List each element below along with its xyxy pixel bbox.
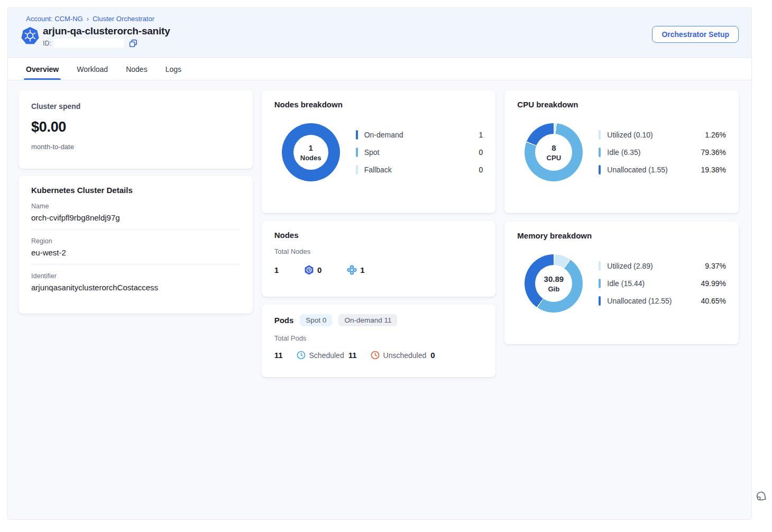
legend-label: Fallback [364,166,392,174]
spot-pods-badge: Spot 0 [300,314,332,326]
legend-value: 19.38% [701,166,726,174]
legend-label: On-demand [364,131,403,139]
total-nodes-value: 1 [274,265,279,274]
legend-row-spot: Spot 0 [356,146,483,159]
tab-overview[interactable]: Overview [26,58,59,80]
page-title: arjun-qa-clusterorch-sanity [43,25,170,37]
spot-nodes-count: 0 [304,265,321,275]
legend-value: 49.99% [701,279,726,288]
pods-card: Pods Spot 0 On-demand 11 Total Pods 11 [262,305,496,377]
legend-value: 40.65% [701,297,726,305]
cpu-breakdown-card: CPU breakdown 8 CPU Utilized (0.10) 1.26… [504,90,739,213]
cluster-id-label: ID: [43,40,51,47]
breadcrumb-cluster-orchestrator-link[interactable]: Cluster Orchestrator [93,15,154,23]
legend-row-cpu-utilized: Utilized (0.10) 1.26% [599,129,726,141]
nodes-card: Nodes Total Nodes 1 0 [262,221,496,297]
tab-nodes[interactable]: Nodes [126,58,147,80]
chat-help-button[interactable] [755,490,767,505]
breadcrumb-separator: › [87,15,89,23]
copy-id-button[interactable] [129,39,137,48]
cluster-id-value [54,39,124,48]
utilized-marker [599,261,601,271]
cpu-donut-center-label: CPU [547,154,561,162]
legend-label: Idle (6.35) [607,148,640,157]
legend-row-mem-idle: Idle (15.44) 49.99% [599,277,726,290]
memory-donut-center-value: 30.89 [544,274,564,283]
fallback-marker [356,165,358,175]
spot-marker [356,148,358,157]
on-demand-nodes-value: 1 [360,265,364,274]
tab-workload[interactable]: Workload [77,58,108,80]
legend-label: Spot [364,148,380,157]
cluster-spend-amount: $0.00 [31,119,240,135]
tab-bar: Overview Workload Nodes Logs [8,57,751,80]
scheduled-label: Scheduled [309,351,344,360]
copy-icon [129,39,137,48]
cluster-identifier-field: Identifier arjunqasanityclusterorchCosta… [31,272,240,292]
cluster-spend-card: Cluster spend $0.00 month-to-date [19,90,253,169]
total-nodes-label: Total Nodes [274,247,483,255]
cluster-identifier-value: arjunqasanityclusterorchCostaccess [31,283,240,292]
legend-label: Unallocated (1.55) [607,166,667,174]
cluster-region-label: Region [31,237,240,245]
cluster-name-value: orch-cvifpfl9rbg8neldj97g [31,213,240,222]
legend-value: 79.36% [701,148,726,157]
legend-label: Utilized (2.89) [607,262,652,270]
nodes-card-title: Nodes [274,231,483,240]
breadcrumb-account-link[interactable]: Account: CCM-NG [26,15,83,23]
memory-breakdown-card: Memory breakdown 30.89 Gib Utilized (2.8… [504,222,739,344]
pods-card-title: Pods [274,316,294,325]
cluster-spend-title: Cluster spend [31,102,240,111]
on-demand-pods-badge: On-demand 11 [338,314,397,326]
unscheduled-value: 0 [430,351,435,360]
cluster-name-label: Name [31,203,240,210]
legend-row-cpu-unallocated: Unallocated (1.55) 19.38% [599,163,726,176]
orchestrator-setup-button[interactable]: Orchestrator Setup [652,26,739,43]
unscheduled-pods: Unscheduled 0 [371,351,435,360]
cluster-region-value: eu-west-2 [31,248,240,257]
total-pods-value: 11 [274,351,283,360]
cluster-region-field: Region eu-west-2 [31,237,240,264]
cluster-name-field: Name orch-cvifpfl9rbg8neldj97g [31,203,240,230]
legend-value: 0 [479,148,483,157]
utilized-marker [599,130,601,140]
cpu-donut-chart: 8 CPU [525,123,583,181]
nodes-breakdown-title: Nodes breakdown [274,100,483,109]
legend-value: 0 [479,166,483,174]
kubernetes-icon [21,26,40,45]
legend-row-cpu-idle: Idle (6.35) 79.36% [599,146,726,159]
kubernetes-cluster-details-card: Kubernetes Cluster Details Name orch-cvi… [19,176,253,314]
legend-value: 1.26% [705,131,726,139]
spot-nodes-value: 0 [317,265,321,274]
unscheduled-label: Unscheduled [383,351,427,360]
tab-logs[interactable]: Logs [166,58,181,80]
cpu-donut-center-value: 8 [552,143,556,152]
scheduled-clock-icon [297,351,306,360]
scheduled-pods: Scheduled 11 [297,351,357,360]
nodes-donut-center-label: Nodes [300,154,321,162]
total-pods-label: Total Pods [274,334,483,342]
legend-label: Utilized (0.10) [607,131,652,139]
cluster-identifier-label: Identifier [31,272,240,280]
unallocated-marker [599,296,601,306]
nodes-donut-chart: 1 Nodes [282,123,340,181]
legend-label: Idle (15.44) [607,279,645,288]
scheduled-value: 11 [348,351,357,360]
idle-marker [599,279,601,288]
cluster-details-title: Kubernetes Cluster Details [31,186,240,195]
on-demand-marker [356,130,358,140]
legend-row-fallback: Fallback 0 [356,163,483,176]
memory-breakdown-title: Memory breakdown [517,231,726,240]
legend-row-mem-unallocated: Unallocated (12.55) 40.65% [599,295,726,307]
idle-marker [599,148,601,157]
cluster-spend-period: month-to-date [31,143,240,151]
unscheduled-clock-icon [371,351,380,360]
legend-value: 1 [479,131,483,139]
memory-donut-center-label: Gib [548,285,559,293]
cpu-breakdown-title: CPU breakdown [517,100,726,109]
nodes-donut-center-value: 1 [308,143,313,152]
on-demand-node-icon [347,265,357,275]
memory-donut-chart: 30.89 Gib [525,254,583,313]
on-demand-nodes-count: 1 [347,265,364,275]
nodes-breakdown-card: Nodes breakdown 1 Nodes On-demand 1 [262,90,496,213]
